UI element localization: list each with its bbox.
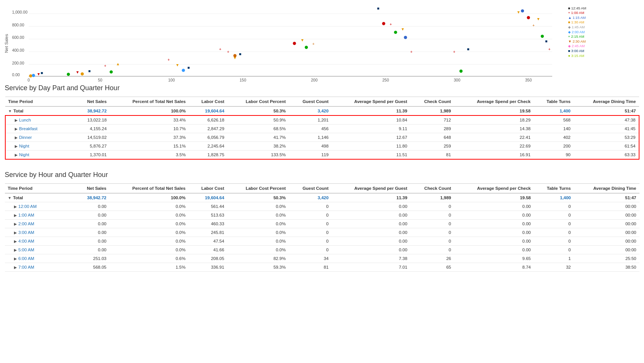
scatter-point: ■ <box>545 39 547 43</box>
cell-value: 336.91 <box>188 263 227 272</box>
cell-value: 1,828.75 <box>189 151 227 160</box>
cell-value: 133.5% <box>227 151 289 160</box>
expand-icon[interactable]: ▶ <box>14 222 17 226</box>
cell-time-period[interactable]: ▶5:00 AM <box>5 246 76 254</box>
cell-value: 140 <box>534 125 574 133</box>
cell-value: 119 <box>289 151 332 160</box>
collapse-icon[interactable]: ▼ <box>8 109 12 113</box>
cell-time-period[interactable]: ▶12:00 AM <box>5 202 76 211</box>
expand-icon[interactable]: ▶ <box>15 153 18 157</box>
cell-value: 63:33 <box>574 151 639 160</box>
cell-value: 648 <box>410 133 454 142</box>
cell-value: 00:00 <box>574 246 639 254</box>
cell-time-period[interactable]: ▶Lunch <box>5 115 76 125</box>
cell-value: 0.00 <box>332 211 410 220</box>
cell-value: 0.00 <box>454 211 534 220</box>
data-row: ▶2:00 AM0.000.0%460.330.0%00.0000.00000:… <box>5 220 639 228</box>
cell-value: 1.5% <box>110 263 189 272</box>
expand-icon[interactable]: ▶ <box>14 231 17 235</box>
cell-value: 18.29 <box>454 115 534 125</box>
cell-time-period[interactable]: ▶Night <box>5 142 76 151</box>
cell-value: 0.00 <box>75 202 109 211</box>
row-label: Total <box>13 195 23 200</box>
cell-value: 0 <box>289 228 331 237</box>
cell-value: 7.01 <box>332 263 410 272</box>
expand-icon[interactable]: ▶ <box>15 118 18 122</box>
cell-value: 0.0% <box>227 246 289 254</box>
cell-value: 0 <box>289 220 331 228</box>
cell-value: 0 <box>534 228 574 237</box>
col-avg-spend-guest: Average Spend per Guest <box>332 184 410 194</box>
legend-item: ◆ 1:45 AM <box>568 25 585 29</box>
expand-icon[interactable]: ▶ <box>14 257 17 261</box>
expand-icon[interactable]: ▶ <box>14 205 17 209</box>
collapse-icon[interactable]: ▼ <box>8 196 12 200</box>
scatter-point <box>80 72 83 75</box>
cell-time-period[interactable]: ▼Total <box>5 193 76 202</box>
cell-value: 568.05 <box>75 263 109 272</box>
cell-value: 561.44 <box>188 202 227 211</box>
cell-value: 38:50 <box>574 263 639 272</box>
cell-value: 38,942.72 <box>76 106 110 115</box>
row-label: 4:00 AM <box>19 239 34 243</box>
row-label: 7:00 AM <box>19 265 34 269</box>
col-pct-total: Percent of Total Net Sales <box>110 97 188 107</box>
cell-time-period[interactable]: ▶Night <box>5 151 76 160</box>
scatter-chart-container: 1,000.00 800.00 600.00 400.00 200.00 0.0… <box>5 4 639 84</box>
cell-value: 0 <box>289 237 331 246</box>
expand-icon[interactable]: ▶ <box>14 248 17 252</box>
expand-icon[interactable]: ▶ <box>14 213 17 217</box>
cell-time-period[interactable]: ▶4:00 AM <box>5 237 76 246</box>
col-labor-pct: Labor Cost Percent <box>227 184 289 194</box>
cell-value: 00:00 <box>574 237 639 246</box>
legend-item: ■ 1:30 AM <box>568 20 584 25</box>
col-table-turns: Table Turns <box>534 97 574 107</box>
cell-value: 0 <box>534 237 574 246</box>
col-time-period: Time Period <box>5 97 76 107</box>
cell-value: 0.0% <box>110 211 189 220</box>
scatter-point: ▼ <box>37 72 40 76</box>
cell-value: 0.00 <box>75 220 109 228</box>
cell-value: 00:00 <box>574 228 639 237</box>
cell-time-period[interactable]: ▶3:00 AM <box>5 228 76 237</box>
col-avg-spend-guest: Average Spend per Guest <box>332 97 410 107</box>
row-label: Night <box>19 144 29 148</box>
col-avg-dining: Average Dining Time <box>574 184 639 194</box>
cell-value: 0 <box>410 237 454 246</box>
cell-value: 1,201 <box>289 115 332 125</box>
cell-value: 0 <box>410 228 454 237</box>
cell-value: 3,420 <box>289 106 332 115</box>
scatter-point: + <box>312 42 314 46</box>
cell-time-period[interactable]: ▶Breakfast <box>5 125 76 133</box>
expand-icon[interactable]: ▶ <box>14 239 17 243</box>
cell-value: 19.58 <box>454 106 534 115</box>
expand-icon[interactable]: ▶ <box>15 135 18 140</box>
y-axis-label: Net Sales <box>5 34 9 53</box>
scatter-point <box>304 46 307 49</box>
cell-value: 456 <box>289 125 332 133</box>
cell-value: 712 <box>410 115 454 125</box>
cell-time-period[interactable]: ▶7:00 AM <box>5 263 76 272</box>
cell-time-period[interactable]: ▶6:00 AM <box>5 254 76 263</box>
cell-value: 50.9% <box>227 115 289 125</box>
expand-icon[interactable]: ▶ <box>14 265 17 269</box>
cell-time-period[interactable]: ▶Dinner <box>5 133 76 142</box>
cell-time-period[interactable]: ▶1:00 AM <box>5 211 76 220</box>
cell-value: 0.00 <box>332 246 410 254</box>
legend-item: ■ 3:00 AM <box>568 49 584 53</box>
cell-time-period[interactable]: ▼Total <box>5 106 76 115</box>
expand-icon[interactable]: ▶ <box>15 127 18 131</box>
section1-title: Service by Day Part and Quarter Hour <box>5 84 639 92</box>
cell-time-period[interactable]: ▶2:00 AM <box>5 220 76 228</box>
cell-value: 41.7% <box>227 133 289 142</box>
x-tick-6: 300 <box>454 78 460 82</box>
expand-icon[interactable]: ▶ <box>15 144 18 148</box>
col-avg-spend-check: Average Spend per Check <box>454 97 534 107</box>
scatter-point: ■ <box>467 47 469 51</box>
cell-value: 38,942.72 <box>75 193 109 202</box>
x-tick-1: 50 <box>98 78 102 82</box>
scatter-point: + <box>389 22 392 26</box>
scatter-point <box>233 54 236 57</box>
y-tick-5: 1,000.00 <box>12 10 27 14</box>
col-check-count: Check Count <box>410 184 454 194</box>
